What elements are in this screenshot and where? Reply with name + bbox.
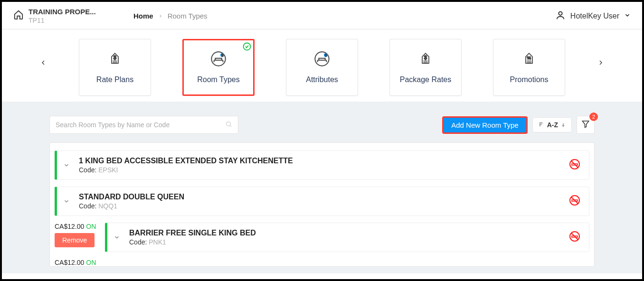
header: TRAINING PROPE... TP11 Home Room Types H…	[2, 2, 642, 29]
svg-text:?: ?	[325, 54, 327, 57]
chevron-down-icon[interactable]	[62, 198, 71, 205]
bed-icon: ?	[314, 51, 330, 67]
room-title: STANDARD DOUBLE QUEEN	[79, 193, 561, 201]
search-icon	[225, 121, 232, 130]
svg-line-31	[571, 233, 578, 240]
svg-text:?: ?	[221, 54, 223, 57]
room-row[interactable]: 1 KING BED ACCESSIBLE EXTENDED STAY KITC…	[55, 150, 589, 180]
nav-row: $ Rate Plans ? Room Types ? Attributes $…	[2, 29, 642, 102]
user-icon	[555, 10, 566, 22]
nav-next[interactable]	[594, 56, 608, 70]
room-row-with-price: CA$12.00ON Remove BARRIER FREE SINGLE KI…	[55, 223, 589, 252]
search-input-wrap[interactable]	[49, 116, 238, 134]
nav-card-label: Rate Plans	[96, 75, 133, 84]
remove-button[interactable]: Remove	[55, 233, 95, 247]
room-code-line: Code: NQQ1	[79, 202, 561, 210]
nav-card-room-types[interactable]: ? Room Types	[182, 39, 255, 96]
nav-card-rate-plans[interactable]: $ Rate Plans	[79, 39, 151, 96]
price-line-partial: CA$12.00ON	[55, 259, 589, 266]
filter-badge: 2	[589, 112, 598, 121]
nav-card-label: Room Types	[197, 75, 240, 84]
nav-card-label: Promotions	[510, 75, 549, 84]
filter-icon	[581, 120, 590, 130]
add-room-type-button[interactable]: Add New Room Type	[442, 116, 527, 134]
svg-text:$: $	[424, 55, 427, 60]
price-line: CA$12.00ON	[55, 223, 99, 230]
check-icon	[243, 42, 251, 53]
no-smoking-icon	[569, 231, 580, 244]
svg-text:$: $	[114, 55, 116, 60]
chevron-down-icon[interactable]	[112, 234, 122, 241]
room-row[interactable]: BARRIER FREE SINGLE KING BED Code: PNK1	[105, 223, 589, 252]
toolbar: Add New Room Type A-Z 2	[49, 116, 595, 134]
svg-line-28	[571, 197, 578, 204]
breadcrumb: Home Room Types	[133, 12, 208, 20]
breadcrumb-current: Room Types	[168, 12, 208, 20]
nav-card-attributes[interactable]: ? Attributes	[286, 39, 358, 96]
svg-marker-23	[582, 121, 589, 128]
nav-card-label: Package Rates	[400, 75, 452, 84]
svg-line-25	[571, 161, 578, 168]
sort-lines-icon	[539, 121, 544, 129]
property-block[interactable]: TRAINING PROPE... TP11	[13, 8, 115, 24]
content: Add New Room Type A-Z 2	[2, 102, 642, 273]
sort-label: A-Z	[547, 121, 558, 129]
nav-card-package-rates[interactable]: $ Package Rates	[389, 39, 462, 96]
percent-tag-icon: %	[521, 51, 537, 67]
breadcrumb-home[interactable]: Home	[133, 12, 153, 20]
property-sub: TP11	[28, 17, 96, 24]
filter-button[interactable]: 2	[577, 116, 595, 134]
svg-point-17	[227, 122, 231, 126]
arrow-down-icon	[561, 121, 566, 129]
room-row[interactable]: STANDARD DOUBLE QUEEN Code: NQQ1	[55, 187, 589, 216]
svg-point-0	[559, 11, 562, 15]
user-menu[interactable]: HotelKey User	[555, 10, 631, 22]
room-code-line: Code: EPSKI	[79, 166, 561, 174]
home-icon	[13, 9, 24, 20]
nav-card-promotions[interactable]: % Promotions	[493, 39, 565, 96]
user-name: HotelKey User	[570, 12, 619, 20]
no-smoking-icon	[569, 195, 580, 208]
chevron-down-icon[interactable]	[62, 162, 71, 169]
price-block: CA$12.00ON Remove	[55, 223, 99, 247]
sort-button[interactable]: A-Z	[532, 117, 572, 132]
svg-text:%: %	[527, 56, 531, 60]
room-types-panel: 1 KING BED ACCESSIBLE EXTENDED STAY KITC…	[49, 142, 595, 267]
room-code-line: Code: PNK1	[129, 238, 561, 246]
price-tag-icon: $	[107, 51, 123, 67]
room-title: 1 KING BED ACCESSIBLE EXTENDED STAY KITC…	[79, 157, 561, 165]
bed-icon: ?	[210, 51, 227, 67]
nav-card-label: Attributes	[306, 75, 338, 84]
price-tag-icon: $	[417, 51, 434, 67]
chevron-down-icon	[624, 12, 631, 20]
chevron-right-icon	[158, 12, 163, 20]
property-name: TRAINING PROPE...	[28, 8, 96, 16]
svg-line-18	[230, 125, 231, 127]
room-title: BARRIER FREE SINGLE KING BED	[129, 229, 561, 237]
nav-prev[interactable]	[36, 56, 50, 70]
no-smoking-icon	[569, 159, 580, 172]
search-input[interactable]	[56, 121, 225, 129]
